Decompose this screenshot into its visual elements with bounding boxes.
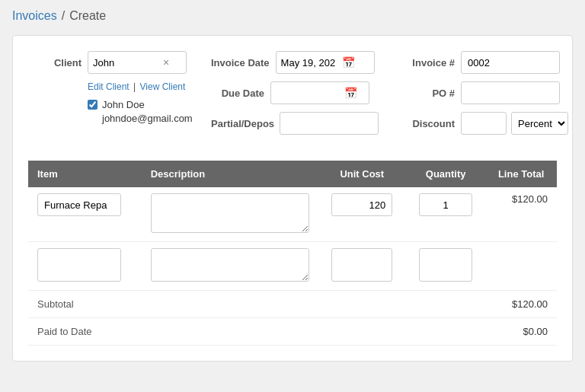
table-header-row: Item Description Unit Cost Quantity Line… bbox=[28, 161, 557, 187]
form-right: Invoice # PO # Discount Percent Amount bbox=[394, 51, 568, 142]
paid-to-date-row: Paid to Date $0.00 bbox=[28, 318, 557, 346]
edit-links: Edit Client | View Client bbox=[88, 81, 196, 92]
subtotal-value: $120.00 bbox=[512, 298, 548, 310]
edit-client-link[interactable]: Edit Client bbox=[88, 81, 129, 92]
invoice-date-label: Invoice Date bbox=[211, 57, 270, 69]
row2-item-input[interactable] bbox=[37, 248, 121, 282]
table-empty-row bbox=[28, 242, 557, 291]
row1-item-cell bbox=[28, 187, 142, 242]
subtotal-label: Subtotal bbox=[37, 298, 74, 310]
breadcrumb-current: Create bbox=[69, 9, 106, 23]
col-item: Item bbox=[28, 161, 142, 187]
invoice-number-row: Invoice # bbox=[394, 51, 568, 74]
discount-input[interactable] bbox=[461, 112, 507, 135]
po-row: PO # bbox=[394, 81, 568, 104]
client-field-row: Client × bbox=[28, 51, 196, 74]
client-name: John Doe bbox=[102, 98, 193, 112]
invoice-date-wrap[interactable]: 📅 bbox=[276, 51, 375, 74]
client-clear-button[interactable]: × bbox=[161, 56, 171, 69]
partial-input[interactable] bbox=[280, 112, 379, 135]
due-date-input[interactable] bbox=[276, 88, 344, 99]
subtotal-row: Subtotal $120.00 bbox=[28, 291, 557, 318]
col-description: Description bbox=[142, 161, 318, 187]
due-date-calendar-icon[interactable]: 📅 bbox=[344, 87, 357, 99]
row2-qty-cell bbox=[406, 242, 485, 291]
totals-section: Subtotal $120.00 Paid to Date $0.00 bbox=[28, 291, 557, 346]
due-date-label: Due Date bbox=[211, 88, 264, 99]
row2-unit-cost-input[interactable] bbox=[331, 248, 392, 282]
row1-unit-cost-input[interactable] bbox=[331, 193, 392, 216]
discount-wrap: Percent Amount bbox=[461, 112, 568, 135]
invoice-date-calendar-icon[interactable]: 📅 bbox=[342, 56, 355, 69]
row1-qty-input[interactable] bbox=[419, 193, 472, 216]
invoice-date-input[interactable] bbox=[281, 57, 342, 69]
invoice-date-row: Invoice Date 📅 bbox=[211, 51, 379, 74]
row1-cost-cell bbox=[318, 187, 406, 242]
breadcrumb-invoices-link[interactable]: Invoices bbox=[12, 9, 57, 23]
client-email: johndoe@gmail.com bbox=[102, 112, 193, 126]
partial-row: Partial/Depos bbox=[211, 112, 379, 135]
row2-desc-textarea[interactable] bbox=[151, 248, 309, 282]
paid-to-date-value: $0.00 bbox=[523, 326, 548, 337]
partial-label: Partial/Depos bbox=[211, 118, 273, 129]
discount-label: Discount bbox=[394, 118, 455, 129]
due-date-row: Due Date 📅 bbox=[211, 81, 379, 104]
discount-type-select[interactable]: Percent Amount bbox=[511, 112, 568, 135]
form-left: Client × Edit Client | View Client John … bbox=[28, 51, 196, 142]
table-row: $120.00 bbox=[28, 187, 557, 242]
col-unit-cost: Unit Cost bbox=[318, 161, 406, 187]
client-input[interactable] bbox=[93, 57, 161, 69]
client-info-text: John Doe johndoe@gmail.com bbox=[102, 98, 193, 126]
row2-cost-cell bbox=[318, 242, 406, 291]
breadcrumb: Invoices / Create bbox=[12, 9, 573, 23]
po-label: PO # bbox=[394, 88, 455, 99]
client-label: Client bbox=[28, 57, 82, 69]
breadcrumb-separator: / bbox=[62, 9, 65, 23]
row1-desc-cell bbox=[142, 187, 318, 242]
invoice-number-input[interactable] bbox=[461, 51, 560, 74]
link-separator: | bbox=[133, 81, 138, 92]
paid-to-date-label: Paid to Date bbox=[37, 326, 92, 337]
row1-desc-textarea[interactable] bbox=[151, 193, 309, 233]
invoice-table: Item Description Unit Cost Quantity Line… bbox=[28, 161, 557, 291]
po-input[interactable] bbox=[461, 81, 560, 104]
due-date-wrap[interactable]: 📅 bbox=[270, 81, 369, 104]
row2-item-cell bbox=[28, 242, 142, 291]
row2-desc-cell bbox=[142, 242, 318, 291]
discount-row: Discount Percent Amount bbox=[394, 112, 568, 135]
form-center: Invoice Date 📅 Due Date 📅 Partial/Depos bbox=[211, 51, 379, 142]
invoice-number-label: Invoice # bbox=[394, 57, 455, 69]
row1-item-input[interactable] bbox=[37, 193, 121, 216]
main-card: Client × Edit Client | View Client John … bbox=[12, 35, 573, 362]
row2-qty-input[interactable] bbox=[419, 248, 472, 282]
client-checkbox[interactable] bbox=[88, 100, 98, 110]
row1-line-total: $120.00 bbox=[485, 187, 557, 242]
view-client-link[interactable]: View Client bbox=[140, 81, 186, 92]
client-input-wrap[interactable]: × bbox=[88, 51, 187, 74]
col-quantity: Quantity bbox=[406, 161, 485, 187]
row1-qty-cell bbox=[406, 187, 485, 242]
row2-line-total bbox=[485, 242, 557, 291]
col-line-total: Line Total bbox=[485, 161, 557, 187]
form-section: Client × Edit Client | View Client John … bbox=[28, 51, 557, 142]
client-info: John Doe johndoe@gmail.com bbox=[88, 98, 196, 126]
